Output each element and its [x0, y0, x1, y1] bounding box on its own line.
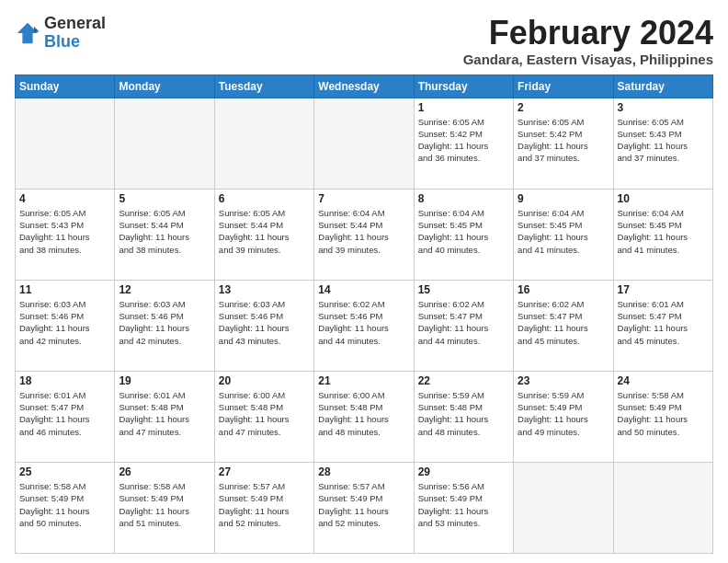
logo-blue: Blue	[44, 33, 106, 52]
day-cell: 18Sunrise: 6:01 AMSunset: 5:47 PMDayligh…	[16, 371, 115, 462]
day-cell: 22Sunrise: 5:59 AMSunset: 5:48 PMDayligh…	[414, 371, 513, 462]
day-cell: 17Sunrise: 6:01 AMSunset: 5:47 PMDayligh…	[613, 280, 712, 371]
header-tuesday: Tuesday	[214, 75, 313, 98]
day-info: Sunrise: 6:04 AMSunset: 5:45 PMDaylight:…	[518, 207, 609, 256]
day-number: 14	[318, 283, 409, 296]
week-row-1: 4Sunrise: 6:05 AMSunset: 5:43 PMDaylight…	[16, 189, 713, 280]
day-cell: 21Sunrise: 6:00 AMSunset: 5:48 PMDayligh…	[314, 371, 414, 462]
day-cell	[115, 98, 214, 189]
day-number: 18	[19, 374, 110, 387]
day-cell: 14Sunrise: 6:02 AMSunset: 5:46 PMDayligh…	[314, 280, 414, 371]
logo-general: General	[44, 15, 106, 33]
day-info: Sunrise: 6:05 AMSunset: 5:42 PMDaylight:…	[418, 116, 509, 165]
day-info: Sunrise: 6:05 AMSunset: 5:44 PMDaylight:…	[219, 207, 310, 256]
day-cell	[514, 462, 613, 553]
day-info: Sunrise: 5:56 AMSunset: 5:49 PMDaylight:…	[418, 480, 509, 529]
day-info: Sunrise: 6:05 AMSunset: 5:43 PMDaylight:…	[19, 207, 110, 256]
day-cell: 11Sunrise: 6:03 AMSunset: 5:46 PMDayligh…	[16, 280, 115, 371]
header-sunday: Sunday	[16, 75, 115, 98]
day-number: 25	[19, 465, 110, 478]
day-cell: 13Sunrise: 6:03 AMSunset: 5:46 PMDayligh…	[214, 280, 313, 371]
day-cell: 4Sunrise: 6:05 AMSunset: 5:43 PMDaylight…	[16, 189, 115, 280]
day-cell: 20Sunrise: 6:00 AMSunset: 5:48 PMDayligh…	[214, 371, 313, 462]
week-row-2: 11Sunrise: 6:03 AMSunset: 5:46 PMDayligh…	[16, 280, 713, 371]
day-number: 2	[518, 101, 609, 114]
day-number: 8	[418, 192, 509, 205]
day-info: Sunrise: 6:01 AMSunset: 5:47 PMDaylight:…	[19, 389, 110, 438]
day-number: 9	[518, 192, 609, 205]
day-number: 24	[618, 374, 709, 387]
header: General Blue February 2024 Gandara, East…	[15, 15, 713, 67]
day-info: Sunrise: 6:00 AMSunset: 5:48 PMDaylight:…	[318, 389, 409, 438]
header-saturday: Saturday	[613, 75, 712, 98]
day-info: Sunrise: 6:02 AMSunset: 5:47 PMDaylight:…	[418, 298, 509, 347]
day-number: 1	[418, 101, 509, 114]
day-number: 11	[19, 283, 110, 296]
day-cell: 28Sunrise: 5:57 AMSunset: 5:49 PMDayligh…	[314, 462, 414, 553]
svg-marker-0	[17, 23, 38, 43]
day-number: 3	[618, 101, 709, 114]
day-cell: 19Sunrise: 6:01 AMSunset: 5:48 PMDayligh…	[115, 371, 214, 462]
day-info: Sunrise: 6:04 AMSunset: 5:45 PMDaylight:…	[418, 207, 509, 256]
title-block: February 2024 Gandara, Eastern Visayas, …	[463, 15, 713, 67]
day-cell: 3Sunrise: 6:05 AMSunset: 5:43 PMDaylight…	[613, 98, 712, 189]
day-info: Sunrise: 6:02 AMSunset: 5:46 PMDaylight:…	[318, 298, 409, 347]
calendar-table: Sunday Monday Tuesday Wednesday Thursday…	[15, 75, 713, 554]
day-info: Sunrise: 6:02 AMSunset: 5:47 PMDaylight:…	[518, 298, 609, 347]
day-info: Sunrise: 6:03 AMSunset: 5:46 PMDaylight:…	[119, 298, 210, 347]
day-cell	[314, 98, 414, 189]
day-number: 26	[119, 465, 210, 478]
day-number: 17	[618, 283, 709, 296]
day-info: Sunrise: 6:01 AMSunset: 5:47 PMDaylight:…	[618, 298, 709, 347]
day-cell: 6Sunrise: 6:05 AMSunset: 5:44 PMDaylight…	[214, 189, 313, 280]
day-info: Sunrise: 5:58 AMSunset: 5:49 PMDaylight:…	[19, 480, 110, 529]
day-number: 21	[318, 374, 409, 387]
day-cell: 15Sunrise: 6:02 AMSunset: 5:47 PMDayligh…	[414, 280, 513, 371]
day-cell: 2Sunrise: 6:05 AMSunset: 5:42 PMDaylight…	[514, 98, 613, 189]
day-cell: 23Sunrise: 5:59 AMSunset: 5:49 PMDayligh…	[514, 371, 613, 462]
day-cell: 27Sunrise: 5:57 AMSunset: 5:49 PMDayligh…	[214, 462, 313, 553]
logo: General Blue	[15, 15, 106, 52]
day-cell: 5Sunrise: 6:05 AMSunset: 5:44 PMDaylight…	[115, 189, 214, 280]
day-cell: 24Sunrise: 5:58 AMSunset: 5:49 PMDayligh…	[613, 371, 712, 462]
day-info: Sunrise: 6:01 AMSunset: 5:48 PMDaylight:…	[119, 389, 210, 438]
day-cell: 25Sunrise: 5:58 AMSunset: 5:49 PMDayligh…	[16, 462, 115, 553]
week-row-4: 25Sunrise: 5:58 AMSunset: 5:49 PMDayligh…	[16, 462, 713, 553]
header-friday: Friday	[514, 75, 613, 98]
day-info: Sunrise: 5:59 AMSunset: 5:49 PMDaylight:…	[518, 389, 609, 438]
day-cell: 29Sunrise: 5:56 AMSunset: 5:49 PMDayligh…	[414, 462, 513, 553]
day-cell: 16Sunrise: 6:02 AMSunset: 5:47 PMDayligh…	[514, 280, 613, 371]
day-number: 10	[618, 192, 709, 205]
day-number: 29	[418, 465, 509, 478]
day-number: 19	[119, 374, 210, 387]
day-cell	[214, 98, 313, 189]
day-info: Sunrise: 6:05 AMSunset: 5:44 PMDaylight:…	[119, 207, 210, 256]
day-info: Sunrise: 5:59 AMSunset: 5:48 PMDaylight:…	[418, 389, 509, 438]
day-info: Sunrise: 6:05 AMSunset: 5:42 PMDaylight:…	[518, 116, 609, 165]
week-row-3: 18Sunrise: 6:01 AMSunset: 5:47 PMDayligh…	[16, 371, 713, 462]
day-number: 5	[119, 192, 210, 205]
page: General Blue February 2024 Gandara, East…	[0, 0, 728, 563]
calendar-title: February 2024	[463, 15, 713, 52]
day-number: 13	[219, 283, 310, 296]
day-cell: 12Sunrise: 6:03 AMSunset: 5:46 PMDayligh…	[115, 280, 214, 371]
day-number: 23	[518, 374, 609, 387]
logo-icon	[15, 20, 40, 46]
day-info: Sunrise: 5:58 AMSunset: 5:49 PMDaylight:…	[119, 480, 210, 529]
day-number: 12	[119, 283, 210, 296]
day-info: Sunrise: 6:05 AMSunset: 5:43 PMDaylight:…	[618, 116, 709, 165]
logo-text: General Blue	[44, 15, 106, 52]
day-number: 27	[219, 465, 310, 478]
day-cell: 26Sunrise: 5:58 AMSunset: 5:49 PMDayligh…	[115, 462, 214, 553]
day-number: 28	[318, 465, 409, 478]
day-info: Sunrise: 6:03 AMSunset: 5:46 PMDaylight:…	[19, 298, 110, 347]
day-info: Sunrise: 5:57 AMSunset: 5:49 PMDaylight:…	[318, 480, 409, 529]
weekday-header-row: Sunday Monday Tuesday Wednesday Thursday…	[16, 75, 713, 98]
day-cell: 10Sunrise: 6:04 AMSunset: 5:45 PMDayligh…	[613, 189, 712, 280]
day-cell	[16, 98, 115, 189]
day-number: 7	[318, 192, 409, 205]
header-thursday: Thursday	[414, 75, 513, 98]
day-number: 20	[219, 374, 310, 387]
calendar-subtitle: Gandara, Eastern Visayas, Philippines	[463, 52, 713, 67]
day-cell: 1Sunrise: 6:05 AMSunset: 5:42 PMDaylight…	[414, 98, 513, 189]
